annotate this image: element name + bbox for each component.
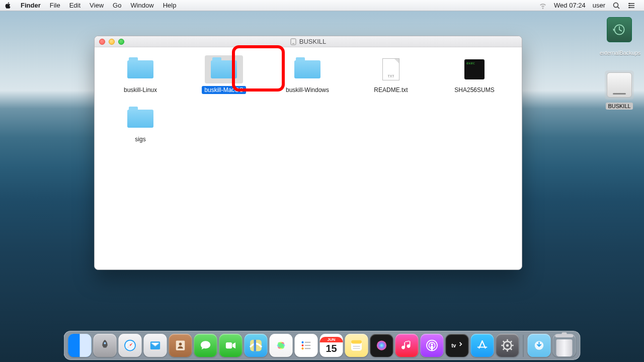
- addressbook-icon: [174, 338, 188, 352]
- dock-app-launchpad[interactable]: [94, 334, 117, 357]
- finder-icon: [68, 334, 92, 357]
- file-item[interactable]: sigs: [99, 102, 182, 150]
- list-icon: [299, 338, 313, 352]
- svg-marker-20: [232, 342, 235, 348]
- apple-menu[interactable]: [0, 0, 16, 11]
- removable-disk-icon: [290, 38, 296, 45]
- desktop-icon-externalbackups[interactable]: externalBackups: [598, 16, 641, 57]
- svg-line-52: [510, 341, 512, 342]
- appstore-icon: [475, 338, 490, 352]
- text-file-icon: TXT: [382, 58, 399, 80]
- menu-app-name[interactable]: Finder: [16, 0, 45, 11]
- file-item[interactable]: TXT README.txt: [349, 52, 433, 101]
- speech-bubble-icon: [199, 338, 213, 352]
- window-zoom-button[interactable]: [118, 39, 124, 45]
- svg-point-26: [301, 341, 303, 343]
- dock-app-finder[interactable]: [68, 334, 92, 357]
- compass-icon: [123, 338, 137, 352]
- gear-icon: [501, 338, 515, 352]
- menu-help[interactable]: Help: [158, 0, 181, 11]
- dock: JUN 15 tv: [64, 331, 581, 360]
- video-camera-icon: [224, 338, 238, 352]
- dock-app-notes[interactable]: [345, 334, 368, 357]
- svg-point-0: [614, 3, 618, 7]
- music-note-icon: [400, 338, 414, 352]
- control-center-icon[interactable]: [624, 0, 639, 11]
- dock-app-tv[interactable]: tv: [446, 334, 469, 357]
- map-icon: [249, 338, 263, 352]
- dock-app-safari[interactable]: [119, 334, 142, 357]
- dock-app-contacts[interactable]: [169, 334, 192, 357]
- file-item[interactable]: buskill-Linux: [99, 52, 182, 101]
- siri-icon: [375, 338, 389, 352]
- svg-point-39: [431, 343, 433, 345]
- svg-line-1: [618, 7, 620, 9]
- file-label: buskill-Linux: [121, 86, 159, 94]
- dock-separator: [523, 335, 524, 357]
- removable-disk-icon: [607, 72, 632, 98]
- dock-app-calendar[interactable]: JUN 15: [320, 334, 343, 357]
- dock-app-facetime[interactable]: [219, 334, 243, 357]
- svg-point-18: [179, 343, 182, 346]
- dock-app-messages[interactable]: [194, 334, 217, 357]
- svg-line-53: [503, 348, 505, 350]
- svg-rect-10: [292, 43, 294, 44]
- window-titlebar[interactable]: BUSKILL: [95, 36, 522, 47]
- dock-app-maps[interactable]: [245, 334, 268, 357]
- dock-trash[interactable]: [553, 334, 576, 357]
- file-label: README.txt: [371, 86, 410, 94]
- dock-app-system-preferences[interactable]: [496, 334, 519, 357]
- timemachine-disk-icon: [607, 17, 632, 42]
- folder-icon: [211, 60, 237, 78]
- stamp-icon: [148, 338, 163, 352]
- svg-point-7: [629, 7, 630, 8]
- folder-icon: [294, 60, 320, 78]
- svg-point-45: [506, 344, 509, 346]
- downloads-icon: [532, 338, 546, 352]
- menu-window[interactable]: Window: [126, 0, 158, 11]
- desktop-icon-buskill[interactable]: BUSKILL: [598, 70, 641, 110]
- dock-app-podcasts[interactable]: [421, 334, 444, 357]
- finder-icon-view[interactable]: buskill-Linux buskill-MacOS buskill-Wind…: [95, 47, 522, 156]
- file-item[interactable]: exec SHA256SUMS: [433, 52, 516, 101]
- wifi-icon[interactable]: [535, 0, 550, 11]
- dock-app-reminders[interactable]: [295, 334, 318, 357]
- dock-app-appstore[interactable]: [471, 334, 494, 357]
- menu-go[interactable]: Go: [108, 0, 126, 11]
- menu-bar: Finder File Edit View Go Window Help Wed…: [0, 0, 644, 11]
- svg-point-5: [629, 3, 630, 4]
- svg-point-36: [377, 340, 386, 350]
- file-item-selected[interactable]: buskill-MacOS: [182, 52, 266, 101]
- menu-file[interactable]: File: [45, 0, 65, 11]
- dock-app-siri[interactable]: [370, 334, 393, 357]
- dock-downloads[interactable]: [528, 334, 551, 357]
- svg-text:tv: tv: [451, 342, 456, 348]
- file-item[interactable]: buskill-Windows: [266, 52, 349, 101]
- rocket-icon: [98, 338, 112, 352]
- svg-point-11: [104, 342, 106, 344]
- menu-edit[interactable]: Edit: [65, 0, 85, 11]
- file-label: buskill-Windows: [283, 86, 332, 94]
- menu-view[interactable]: View: [85, 0, 108, 11]
- dock-app-mail[interactable]: [144, 334, 167, 357]
- notes-icon: [350, 338, 364, 352]
- menubar-user[interactable]: user: [589, 0, 609, 11]
- menubar-clock[interactable]: Wed 07:24: [550, 0, 589, 11]
- desktop-icon-label: externalBackups: [598, 49, 642, 56]
- folder-icon: [127, 110, 153, 128]
- finder-window: BUSKILL buskill-Linux buskill-MacOS busk…: [94, 36, 522, 270]
- file-label: SHA256SUMS: [452, 86, 497, 94]
- window-close-button[interactable]: [99, 39, 105, 45]
- spotlight-icon[interactable]: [609, 0, 624, 11]
- desktop-icon-label: BUSKILL: [606, 103, 632, 110]
- svg-point-6: [629, 5, 630, 6]
- flower-icon: [274, 338, 288, 352]
- window-minimize-button[interactable]: [109, 39, 115, 45]
- window-title: BUSKILL: [299, 38, 326, 45]
- svg-point-28: [301, 347, 303, 349]
- file-label: buskill-MacOS: [202, 86, 246, 94]
- svg-rect-9: [291, 39, 296, 45]
- dock-app-music[interactable]: [395, 334, 419, 357]
- dock-app-photos[interactable]: [270, 334, 293, 357]
- svg-line-50: [503, 341, 505, 342]
